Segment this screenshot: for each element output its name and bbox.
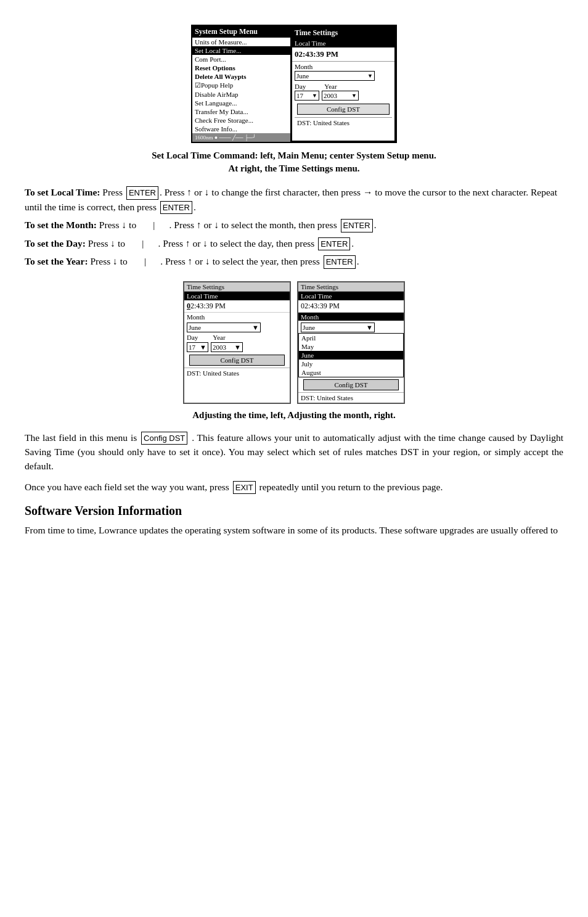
year-select[interactable]: 2003 ▼ — [322, 91, 359, 101]
menu-item-set-language[interactable]: Set Language... — [192, 99, 290, 107]
set-month-instruction: To set the Month: Press ↓ to | . Press ↑… — [25, 218, 563, 232]
ts-right-month-arrow: ▼ — [366, 324, 373, 331]
ts-left-config-dst[interactable]: Config DST — [189, 355, 285, 366]
month-label: Month — [292, 62, 394, 70]
ts-left-title: Time Settings — [184, 282, 290, 292]
month-arrow: ▼ — [367, 73, 373, 79]
month-july[interactable]: July — [299, 360, 403, 368]
month-dropdown: April May June July August — [298, 333, 404, 377]
menu-item-units[interactable]: Units of Measure... — [192, 38, 290, 46]
ts-right-dst-label: DST: United States — [298, 392, 404, 403]
menu-item-reset-options[interactable]: Reset Options — [192, 64, 290, 72]
enter-key: ENTER — [126, 186, 158, 200]
time-settings-panel: Time Settings Local Time 02:43:39 PM Mon… — [291, 26, 396, 142]
enter-key2: ENTER — [160, 201, 192, 215]
menu-item-software-info[interactable]: Software Info... — [192, 125, 290, 133]
day-label: Day — [295, 83, 306, 90]
config-dst-field-ref: Config DST — [141, 432, 187, 445]
menu-item-popup-help[interactable]: ☑Popup Help — [192, 81, 290, 90]
ts-left-year-select[interactable]: 2003 ▼ — [211, 342, 243, 352]
ts-left-day-label: Day — [187, 334, 198, 341]
local-time-line1: To set Local Time: Press ENTER. Press ↑ … — [25, 185, 563, 214]
caption1: Set Local Time Command: left, Main Menu;… — [25, 149, 563, 175]
config-dst-button[interactable]: Config DST — [297, 104, 390, 115]
ts-left-month-select-row: June ▼ — [184, 321, 290, 333]
menu-item-transfer-data[interactable]: Transfer My Data... — [192, 107, 290, 116]
caption1-line2: At right, the Time Settings menu. — [25, 162, 563, 175]
enter-key4: ENTER — [318, 237, 350, 251]
software-version-heading: Software Version Information — [25, 504, 563, 518]
day-bold-label: To set the Day: — [25, 238, 86, 249]
menu-item-com-port[interactable]: Com Port... — [192, 55, 290, 64]
ts-right-title: Time Settings — [298, 282, 404, 292]
day-year-values: 17 ▼ 2003 ▼ — [292, 90, 394, 101]
year-bold-label: To set the Year: — [25, 256, 88, 266]
month-bold-label: To set the Month: — [25, 220, 97, 230]
exit-key-ref: EXIT — [233, 481, 256, 495]
set-year-instruction: To set the Year: Press ↓ to | . Press ↑ … — [25, 254, 563, 269]
month-select-row: June ▼ — [292, 70, 394, 81]
ts-left-year-value: 2003 — [213, 343, 226, 351]
ts-left-time-value: 02:43:39 PM — [184, 300, 290, 313]
year-arrow: ▼ — [351, 93, 357, 99]
year-line1: To set the Year: Press ↓ to | . Press ↑ … — [25, 254, 563, 269]
year-value: 2003 — [324, 92, 337, 99]
ts-right-time-value: 02:43:39 PM — [298, 300, 404, 313]
map-bar: 1600nm ● ─── ╱── ├─╯ — [192, 133, 290, 142]
ts-left-day-year-labels: Day Year — [184, 333, 290, 342]
ts-right-month-value: June — [303, 324, 315, 331]
system-setup-menu: System Setup Menu Units of Measure... Se… — [192, 26, 291, 142]
ts-left-local-time: Local Time — [184, 292, 290, 300]
enter-key5: ENTER — [324, 255, 356, 269]
ts-right-config-dst[interactable]: Config DST — [303, 379, 399, 390]
ts-left-day-value: 17 — [189, 343, 195, 351]
screenshot2: Time Settings Local Time 02:43:39 PM Mon… — [25, 281, 563, 404]
month-value: June — [296, 72, 309, 80]
body-paragraph1: The last field in this menu is Config DS… — [25, 430, 563, 474]
day-arrow: ▼ — [312, 93, 317, 99]
caption1-line1: Set Local Time Command: left, Main Menu;… — [25, 149, 563, 162]
month-august[interactable]: August — [299, 368, 403, 377]
screenshot1: System Setup Menu Units of Measure... Se… — [25, 25, 563, 143]
local-time-label: Local Time — [292, 39, 394, 47]
body-paragraph2: Once you have each field set the way you… — [25, 480, 563, 495]
para1-pre: The last field in this menu is — [25, 432, 137, 443]
menu-item-check-free-storage[interactable]: Check Free Storage... — [192, 116, 290, 125]
ts-left-month-label: Month — [184, 313, 290, 321]
ts-right-local-time: Local Time — [298, 292, 404, 300]
ts-left-day-arrow: ▼ — [200, 343, 206, 351]
menu-item-set-local-time[interactable]: Set Local Time... — [192, 46, 290, 55]
local-time-label: To set Local Time: — [25, 187, 100, 197]
menu-item-disable-airmap[interactable]: Disable AirMap — [192, 90, 290, 99]
time-settings-right: Time Settings Local Time 02:43:39 PM Mon… — [297, 281, 405, 404]
menu-container: System Setup Menu Units of Measure... Se… — [191, 25, 397, 143]
ts-right-month-select-row: June ▼ — [298, 321, 404, 333]
day-value: 17 — [296, 92, 303, 99]
month-june[interactable]: June — [299, 351, 403, 360]
year-label: Year — [324, 83, 337, 90]
caption2: Adjusting the time, left, Adjusting the … — [25, 410, 563, 421]
ts-right-month-label: Month — [298, 313, 404, 321]
month-may[interactable]: May — [299, 342, 403, 351]
menu-item-delete-waypts[interactable]: Delete All Waypts — [192, 72, 290, 81]
software-version-para: From time to time, Lowrance updates the … — [25, 523, 563, 537]
time-settings-left: Time Settings Local Time 02:43:39 PM Mon… — [183, 281, 291, 404]
ts-left-dst-label: DST: United States — [184, 368, 290, 378]
ts-left-day-select[interactable]: 17 ▼ — [187, 342, 208, 352]
ts-right-month-select[interactable]: June ▼ — [301, 323, 375, 332]
enter-key3: ENTER — [341, 219, 373, 232]
para2-pre: Once you have each field set the way you… — [25, 482, 229, 492]
day-select[interactable]: 17 ▼ — [295, 91, 319, 101]
month-select[interactable]: June ▼ — [295, 71, 375, 81]
ts-left-month-arrow: ▼ — [252, 324, 259, 331]
month-april[interactable]: April — [299, 334, 403, 342]
ts-left-month-select[interactable]: June ▼ — [187, 323, 261, 332]
ts-left-day-year-values: 17 ▼ 2003 ▼ — [184, 342, 290, 353]
set-day-instruction: To set the Day: Press ↓ to | . Press ↑ o… — [25, 236, 563, 251]
day-line1: To set the Day: Press ↓ to | . Press ↑ o… — [25, 236, 563, 251]
ts-left-year-label: Year — [213, 334, 225, 341]
ts-left-month-value: June — [189, 324, 201, 331]
time-settings-title: Time Settings — [292, 27, 394, 39]
day-year-labels: Day Year — [292, 81, 394, 90]
ts-rest-time: 2:43:39 PM — [190, 302, 226, 310]
